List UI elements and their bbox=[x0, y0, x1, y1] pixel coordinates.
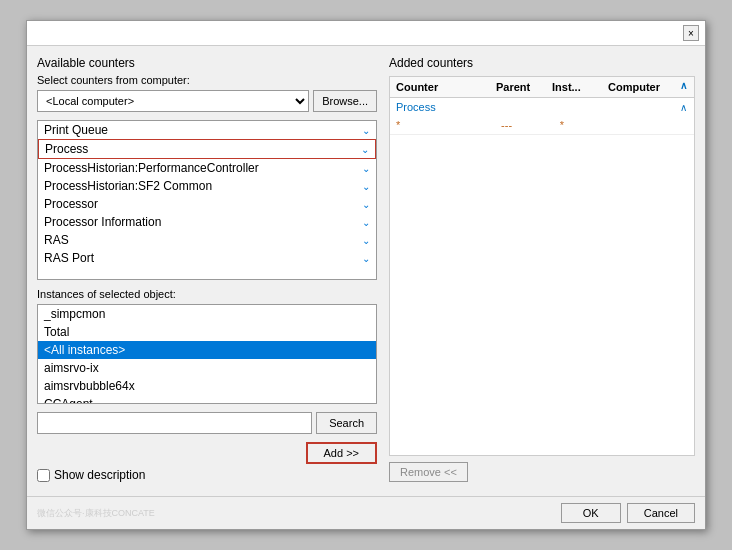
list-item[interactable]: ProcessHistorian:PerformanceController ⌄ bbox=[38, 159, 376, 177]
chevron-down-icon: ⌄ bbox=[361, 144, 369, 155]
col-header-counter: Counter bbox=[390, 80, 490, 94]
show-description-label: Show description bbox=[54, 468, 145, 482]
add-counters-dialog: × Available counters Select counters fro… bbox=[26, 20, 706, 530]
right-panel: Added counters Counter Parent Inst... Co… bbox=[389, 56, 695, 482]
dialog-body: Available counters Select counters from … bbox=[27, 46, 705, 492]
add-row: Add >> bbox=[37, 442, 377, 464]
show-description-row: Show description bbox=[37, 468, 377, 482]
title-bar: × bbox=[27, 21, 705, 46]
list-item[interactable]: aimsrvbubble64x bbox=[38, 377, 376, 395]
list-item[interactable]: aimsrvo-ix bbox=[38, 359, 376, 377]
table-header: Counter Parent Inst... Computer ∧ bbox=[390, 77, 694, 98]
search-row: Search bbox=[37, 412, 377, 434]
expand-icon: ∧ bbox=[680, 102, 694, 113]
chevron-down-icon: ⌄ bbox=[362, 253, 370, 264]
search-input[interactable] bbox=[37, 412, 312, 434]
col-header-parent: Parent bbox=[490, 80, 546, 94]
data-parent-cell: --- bbox=[495, 118, 554, 132]
table-row-group: Process ∧ * --- * bbox=[390, 98, 694, 135]
group-counter-cell: Process bbox=[390, 100, 490, 114]
list-item[interactable]: RAS Port ⌄ bbox=[38, 249, 376, 267]
remove-button[interactable]: Remove << bbox=[389, 462, 468, 482]
list-item[interactable]: Processor ⌄ bbox=[38, 195, 376, 213]
data-inst-cell: * bbox=[554, 118, 613, 132]
group-computer-cell bbox=[602, 106, 680, 108]
list-item[interactable]: Print Queue ⌄ bbox=[38, 121, 376, 139]
list-item[interactable]: Process ⌄ bbox=[38, 139, 376, 159]
search-button[interactable]: Search bbox=[316, 412, 377, 434]
added-counters-table: Counter Parent Inst... Computer ∧ Proces… bbox=[389, 76, 695, 456]
data-computer-cell bbox=[612, 124, 694, 126]
added-counters-title: Added counters bbox=[389, 56, 695, 70]
cancel-button[interactable]: Cancel bbox=[627, 503, 695, 523]
sort-icon[interactable]: ∧ bbox=[680, 80, 694, 94]
list-item[interactable]: Processor Information ⌄ bbox=[38, 213, 376, 231]
group-inst-cell bbox=[546, 106, 602, 108]
left-panel: Available counters Select counters from … bbox=[37, 56, 377, 482]
available-counters-title: Available counters bbox=[37, 56, 377, 70]
instances-list[interactable]: _simpcmon Total <All instances> aimsrvo-… bbox=[37, 304, 377, 404]
list-item[interactable]: ProcessHistorian:SF2 Common ⌄ bbox=[38, 177, 376, 195]
chevron-down-icon: ⌄ bbox=[362, 163, 370, 174]
chevron-down-icon: ⌄ bbox=[362, 181, 370, 192]
list-item[interactable]: _simpcmon bbox=[38, 305, 376, 323]
data-counter-cell: * bbox=[390, 118, 495, 132]
watermark-text: 微信公众号·康科技CONCATE bbox=[37, 507, 155, 520]
chevron-down-icon: ⌄ bbox=[362, 199, 370, 210]
chevron-down-icon: ⌄ bbox=[362, 217, 370, 228]
col-header-inst: Inst... bbox=[546, 80, 602, 94]
select-computer-label: Select counters from computer: bbox=[37, 74, 377, 86]
computer-select-row: <Local computer> Browse... bbox=[37, 90, 377, 112]
ok-button[interactable]: OK bbox=[561, 503, 621, 523]
instances-label: Instances of selected object: bbox=[37, 288, 377, 300]
table-row[interactable]: Process ∧ bbox=[390, 98, 694, 116]
list-item[interactable]: RAS ⌄ bbox=[38, 231, 376, 249]
instances-section: Instances of selected object: _simpcmon … bbox=[37, 288, 377, 404]
add-button[interactable]: Add >> bbox=[306, 442, 377, 464]
table-body: Process ∧ * --- * bbox=[390, 98, 694, 135]
browse-button[interactable]: Browse... bbox=[313, 90, 377, 112]
remove-row: Remove << bbox=[389, 462, 695, 482]
bottom-bar: 微信公众号·康科技CONCATE OK Cancel bbox=[27, 496, 705, 529]
computer-select[interactable]: <Local computer> bbox=[37, 90, 309, 112]
chevron-down-icon: ⌄ bbox=[362, 125, 370, 136]
list-item[interactable]: Total bbox=[38, 323, 376, 341]
list-item[interactable]: CCAgent bbox=[38, 395, 376, 404]
close-button[interactable]: × bbox=[683, 25, 699, 41]
list-item[interactable]: <All instances> bbox=[38, 341, 376, 359]
counters-list[interactable]: Print Queue ⌄ Process ⌄ ProcessHistorian… bbox=[37, 120, 377, 280]
chevron-down-icon: ⌄ bbox=[362, 235, 370, 246]
table-row[interactable]: * --- * bbox=[390, 116, 694, 134]
show-description-checkbox[interactable] bbox=[37, 469, 50, 482]
col-header-computer: Computer bbox=[602, 80, 680, 94]
group-parent-cell bbox=[490, 106, 546, 108]
